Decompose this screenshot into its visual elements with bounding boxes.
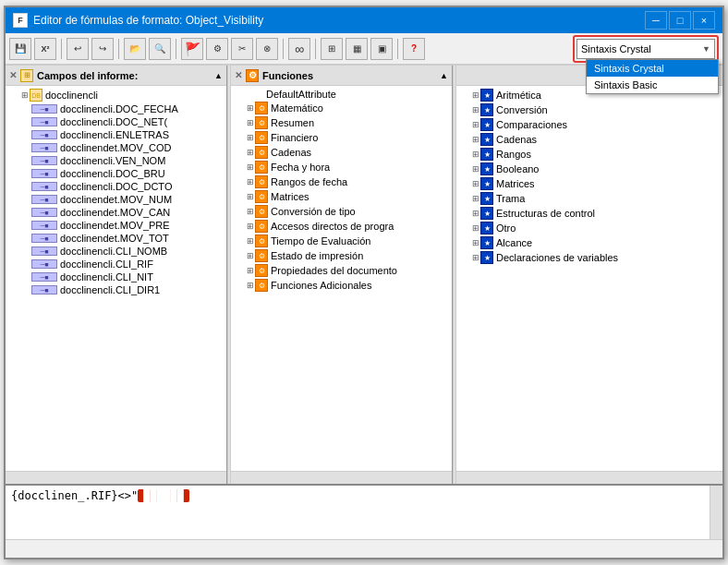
mid-panel-close[interactable]: ✕ bbox=[235, 70, 242, 80]
tree-item[interactable]: ─■ docclinendet.MOV_NUM bbox=[6, 193, 226, 206]
tree-item[interactable]: ⊞ ⚙ Estado de impresión bbox=[231, 248, 452, 263]
tree-item-label: Accesos directos de progra bbox=[271, 221, 394, 232]
star-icon: ★ bbox=[480, 89, 493, 102]
left-panel-scroll-up[interactable]: ▲ bbox=[214, 71, 223, 80]
tree-item[interactable]: ─■ docclinendet.MOV_CAN bbox=[6, 206, 226, 219]
gear-icon: ⚙ bbox=[255, 205, 268, 218]
tree-item[interactable]: ⊞ ★ Alcance bbox=[456, 235, 722, 250]
tree-item[interactable]: ─■ docclinendet.MOV_COD bbox=[6, 141, 226, 154]
tree-item[interactable]: ⊞ DB docclinencli bbox=[6, 88, 226, 102]
tree-item[interactable]: ⊞ ⚙ Resumen bbox=[231, 115, 452, 130]
tree-item-label: docclinencli.DOC_NET( bbox=[60, 116, 167, 127]
convert-button[interactable]: ∞ bbox=[288, 38, 310, 60]
tree-item[interactable]: ─■ docclinencli.DOC_NET( bbox=[6, 115, 226, 128]
undo-button[interactable]: ↩ bbox=[67, 38, 89, 60]
tree-item[interactable]: ─■ docclinencli.CLI_NOMB bbox=[6, 245, 226, 258]
tree-item[interactable]: ⊞ ⚙ Rangos de fecha bbox=[231, 174, 452, 189]
formula-scrollbar[interactable] bbox=[710, 486, 722, 539]
left-panel-hscroll[interactable] bbox=[6, 471, 226, 484]
left-panel: ✕ ⊞ Campos del informe: ▲ ⊞ DB docclinen… bbox=[6, 66, 227, 484]
tree-item[interactable]: ─■ docclinencli.CLI_DIR1 bbox=[6, 283, 226, 296]
tree-item-label: DefaultAttribute bbox=[266, 89, 336, 100]
left-panel-content[interactable]: ⊞ DB docclinencli ─■ docclinencli.DOC_FE… bbox=[6, 86, 226, 471]
tree-item[interactable]: ⊞ ⚙ Funciones Adicionales bbox=[231, 278, 452, 293]
tree-item-label: Propiedades del documento bbox=[271, 265, 397, 276]
tree-item[interactable]: ─■ docclinencli.CLI_NIT bbox=[6, 270, 226, 283]
tree-item[interactable]: ─■ docclinencli.CLI_RIF bbox=[6, 258, 226, 270]
formula-highlight: ██████ bbox=[138, 489, 188, 502]
field-icon: ─■ bbox=[31, 285, 57, 295]
left-panel-close[interactable]: ✕ bbox=[9, 70, 17, 80]
formula-button[interactable]: X² bbox=[34, 38, 56, 60]
tree-item[interactable]: ⊞ ★ Cadenas bbox=[456, 132, 722, 147]
tree-item[interactable]: ⊞ ★ Trama bbox=[456, 191, 722, 206]
tree-item[interactable]: ⊞ ⚙ Conversión de tipo bbox=[231, 204, 452, 219]
tree-item[interactable]: ⊞ ⚙ Financiero bbox=[231, 130, 452, 145]
tree-item-label: docclinencli.DOC_DCTO bbox=[60, 181, 172, 192]
tree-item[interactable]: ─■ docclinencli.VEN_NOM bbox=[6, 154, 226, 167]
star-icon: ★ bbox=[480, 222, 493, 234]
tree-item-label: Trama bbox=[496, 193, 525, 204]
tree-item[interactable]: ─■ docclinencli.DOC_FECHA bbox=[6, 102, 226, 115]
tree-item[interactable]: ⊞ ★ Booleano bbox=[456, 162, 722, 176]
tree-item[interactable]: ⊞ ⚙ Matrices bbox=[231, 189, 452, 204]
maximize-button[interactable]: □ bbox=[669, 11, 691, 30]
table-button[interactable]: ⊞ bbox=[321, 38, 343, 60]
img1-button[interactable]: ▦ bbox=[346, 38, 368, 60]
tree-item[interactable]: ⊞ ⚙ Matemático bbox=[231, 101, 452, 115]
tree-item-label: docclinencli.ENLETRAS bbox=[60, 129, 169, 140]
gear-icon: ⚙ bbox=[255, 279, 268, 292]
right-panel-hscroll[interactable] bbox=[456, 471, 722, 484]
tool1-button[interactable]: ⚙ bbox=[206, 38, 228, 60]
search-button[interactable]: 🔍 bbox=[149, 38, 171, 60]
minimize-button[interactable]: ─ bbox=[645, 11, 667, 30]
img2-button[interactable]: ▣ bbox=[370, 38, 393, 60]
save-button[interactable]: 💾 bbox=[9, 38, 31, 60]
tree-item[interactable]: ─■ docclinencli.ENLETRAS bbox=[6, 128, 226, 141]
tree-item[interactable]: ⊞ ★ Declaraciones de variables bbox=[456, 250, 722, 265]
tree-item[interactable]: ⊞ ⚙ Propiedades del documento bbox=[231, 263, 452, 278]
mid-panel-hscroll[interactable] bbox=[231, 471, 452, 484]
mid-panel-scroll-up[interactable]: ▲ bbox=[440, 71, 448, 80]
right-panel-content[interactable]: ⊞ ★ Aritmética ⊞ ★ Conversión ⊞ ★ Compar… bbox=[456, 86, 722, 471]
tree-item-label: Cadenas bbox=[271, 147, 311, 158]
redo-button[interactable]: ↪ bbox=[91, 38, 114, 60]
tree-item[interactable]: ⊞ ⚙ Fecha y hora bbox=[231, 160, 452, 174]
tree-item-label: Rangos bbox=[496, 149, 531, 160]
star-icon: ★ bbox=[480, 162, 493, 175]
tree-item-label: docclinencli.DOC_FECHA bbox=[60, 103, 178, 114]
tree-item[interactable]: DefaultAttribute bbox=[231, 88, 452, 101]
tree-item[interactable]: ⊞ ★ Comparaciones bbox=[456, 117, 722, 132]
tree-item[interactable]: ⊞ ★ Matrices bbox=[456, 176, 722, 191]
tree-item-label: Conversión de tipo bbox=[271, 206, 356, 217]
syntax-option-basic[interactable]: Sintaxis Basic bbox=[587, 77, 718, 93]
tree-item-label: Tiempo de Evaluación bbox=[271, 235, 370, 246]
tree-item[interactable]: ─■ docclinencli.DOC_DCTO bbox=[6, 180, 226, 193]
tree-item[interactable]: ⊞ ⚙ Accesos directos de progra bbox=[231, 219, 452, 234]
tree-item[interactable]: ─■ docclinendet.MOV_TOT bbox=[6, 232, 226, 245]
formula-bar[interactable]: {docclinen_.RIF}<>"██████ bbox=[6, 484, 722, 539]
syntax-select[interactable]: Sintaxis Crystal ▼ bbox=[576, 39, 715, 59]
tree-item[interactable]: ⊞ ⚙ Tiempo de Evaluación bbox=[231, 234, 452, 248]
tool2-button[interactable]: ✂ bbox=[231, 38, 253, 60]
tree-item[interactable]: ⊞ ★ Otro bbox=[456, 221, 722, 235]
tree-item[interactable]: ⊞ ★ Estructuras de control bbox=[456, 206, 722, 221]
close-button[interactable]: × bbox=[693, 11, 715, 30]
help-button[interactable]: ? bbox=[403, 38, 425, 60]
tool3-button[interactable]: ⊗ bbox=[256, 38, 278, 60]
flag-button[interactable]: 🚩 bbox=[181, 38, 203, 60]
mid-panel-content[interactable]: DefaultAttribute ⊞ ⚙ Matemático ⊞ ⚙ Resu… bbox=[231, 86, 452, 471]
browse-button[interactable]: 📂 bbox=[124, 38, 146, 60]
left-panel-header: ✕ ⊞ Campos del informe: ▲ bbox=[6, 66, 226, 86]
tree-item-label: docclinencli bbox=[45, 90, 98, 101]
star-icon: ★ bbox=[480, 207, 493, 220]
tree-item[interactable]: ⊞ ⚙ Cadenas bbox=[231, 145, 452, 160]
tree-item[interactable]: ─■ docclinendet.MOV_PRE bbox=[6, 219, 226, 232]
syntax-option-crystal[interactable]: Sintaxis Crystal bbox=[587, 60, 718, 77]
mid-panel-header: ✕ ⚙ Funciones ▲ bbox=[231, 66, 452, 86]
tree-item[interactable]: ⊞ ★ Conversión bbox=[456, 102, 722, 117]
left-panel-title: Campos del informe: bbox=[37, 70, 138, 81]
tree-item[interactable]: ─■ docclinencli.DOC_BRU bbox=[6, 167, 226, 180]
tree-item[interactable]: ⊞ ★ Rangos bbox=[456, 147, 722, 162]
mid-panel: ✕ ⚙ Funciones ▲ DefaultAttribute ⊞ ⚙ Mat… bbox=[231, 66, 453, 484]
